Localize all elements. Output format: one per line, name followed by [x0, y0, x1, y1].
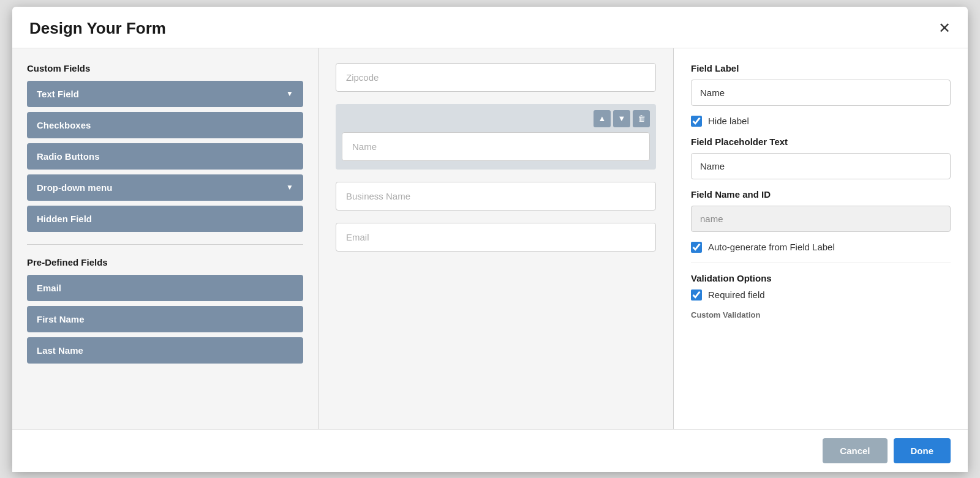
- section-divider: [27, 244, 303, 245]
- business-name-field[interactable]: [336, 182, 656, 211]
- email-field[interactable]: [336, 223, 656, 252]
- right-divider: [691, 263, 951, 263]
- trash-icon: 🗑: [638, 114, 646, 123]
- required-field-row: Required field: [691, 289, 951, 301]
- auto-generate-checkbox[interactable]: [691, 242, 702, 253]
- down-arrow-icon: ▼: [618, 114, 626, 123]
- auto-generate-row: Auto-generate from Field Label: [691, 242, 951, 253]
- design-form-modal: Design Your Form ✕ Custom Fields Text Fi…: [12, 7, 968, 472]
- field-btn-label: Radio Buttons: [37, 151, 100, 162]
- center-panel: ▲ ▼ 🗑: [318, 48, 674, 429]
- field-controls: ▲ ▼ 🗑: [342, 110, 650, 127]
- delete-field-button[interactable]: 🗑: [633, 110, 650, 127]
- field-placeholder-title: Field Placeholder Text: [691, 136, 951, 147]
- custom-fields-title: Custom Fields: [27, 63, 303, 73]
- field-name-id-title: Field Name and ID: [691, 189, 951, 200]
- field-btn-first-name[interactable]: First Name: [27, 306, 303, 332]
- field-btn-radio-buttons[interactable]: Radio Buttons: [27, 143, 303, 170]
- chevron-down-icon: ▼: [286, 183, 293, 192]
- close-button[interactable]: ✕: [938, 21, 951, 35]
- predefined-fields-title: Pre-Defined Fields: [27, 257, 303, 267]
- field-btn-label: First Name: [37, 314, 85, 324]
- left-panel: Custom Fields Text Field ▼ Checkboxes Ra…: [12, 48, 318, 429]
- field-btn-label: Text Field: [37, 89, 79, 99]
- field-btn-hidden-field[interactable]: Hidden Field: [27, 206, 303, 232]
- up-arrow-icon: ▲: [598, 114, 606, 123]
- cancel-button[interactable]: Cancel: [823, 438, 887, 463]
- name-field-input[interactable]: [342, 132, 650, 161]
- field-btn-dropdown[interactable]: Drop-down menu ▼: [27, 174, 303, 201]
- field-btn-email[interactable]: Email: [27, 275, 303, 301]
- field-label-input[interactable]: [691, 80, 951, 106]
- zipcode-field[interactable]: [336, 63, 656, 92]
- field-btn-last-name[interactable]: Last Name: [27, 337, 303, 364]
- auto-generate-text: Auto-generate from Field Label: [708, 242, 835, 252]
- right-panel: Field Label Hide label Field Placeholder…: [674, 48, 968, 429]
- modal-footer: Cancel Done: [12, 429, 968, 472]
- field-btn-label: Hidden Field: [37, 214, 92, 224]
- field-label-title: Field Label: [691, 63, 951, 73]
- modal-body: Custom Fields Text Field ▼ Checkboxes Ra…: [12, 48, 968, 429]
- field-btn-label: Email: [37, 283, 61, 293]
- move-down-button[interactable]: ▼: [613, 110, 630, 127]
- required-field-text: Required field: [708, 289, 765, 300]
- name-field-selected[interactable]: ▲ ▼ 🗑: [336, 104, 656, 170]
- hide-label-checkbox[interactable]: [691, 116, 702, 127]
- field-btn-text-field[interactable]: Text Field ▼: [27, 81, 303, 107]
- required-field-checkbox[interactable]: [691, 289, 702, 301]
- chevron-down-icon: ▼: [286, 89, 293, 98]
- field-btn-label: Checkboxes: [37, 120, 91, 130]
- done-button[interactable]: Done: [894, 438, 951, 463]
- hide-label-text: Hide label: [708, 116, 749, 126]
- field-btn-label: Last Name: [37, 345, 83, 356]
- field-btn-label: Drop-down menu: [37, 182, 112, 193]
- custom-validation-title: Custom Validation: [691, 310, 951, 319]
- field-placeholder-input[interactable]: [691, 153, 951, 179]
- hide-label-row: Hide label: [691, 116, 951, 127]
- validation-title: Validation Options: [691, 273, 951, 283]
- move-up-button[interactable]: ▲: [594, 110, 611, 127]
- field-name-id-input: [691, 206, 951, 232]
- modal-header: Design Your Form ✕: [12, 7, 968, 48]
- modal-title: Design Your Form: [29, 19, 166, 38]
- field-btn-checkboxes[interactable]: Checkboxes: [27, 112, 303, 138]
